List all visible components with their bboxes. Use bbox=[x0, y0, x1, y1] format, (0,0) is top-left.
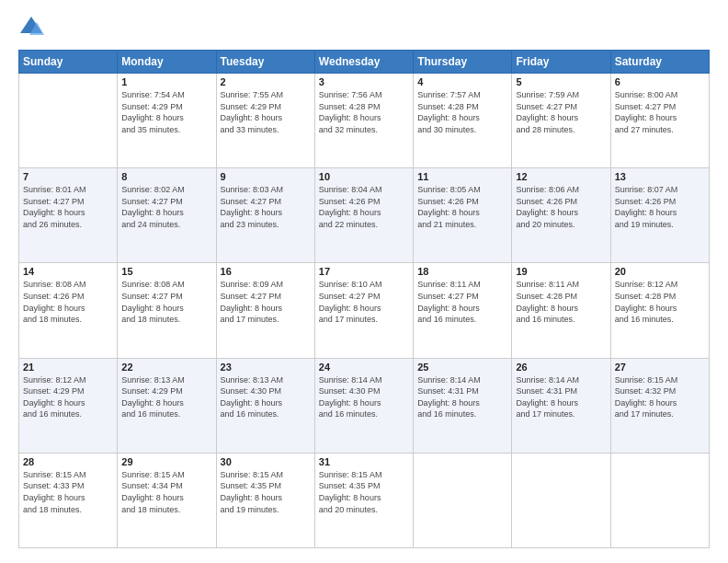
day-info: Sunrise: 8:14 AMSunset: 4:31 PMDaylight:… bbox=[516, 374, 606, 420]
header bbox=[18, 15, 710, 40]
calendar-cell: 13Sunrise: 8:07 AMSunset: 4:26 PMDayligh… bbox=[610, 168, 709, 263]
day-info: Sunrise: 8:15 AMSunset: 4:35 PMDaylight:… bbox=[319, 469, 409, 515]
calendar-cell: 25Sunrise: 8:14 AMSunset: 4:31 PMDayligh… bbox=[414, 358, 512, 453]
calendar-cell: 19Sunrise: 8:11 AMSunset: 4:28 PMDayligh… bbox=[512, 263, 610, 358]
logo bbox=[18, 15, 48, 40]
day-number: 20 bbox=[615, 266, 705, 277]
day-number: 23 bbox=[221, 362, 311, 373]
calendar-header-row: SundayMondayTuesdayWednesdayThursdayFrid… bbox=[19, 51, 710, 74]
day-info: Sunrise: 8:07 AMSunset: 4:26 PMDaylight:… bbox=[615, 184, 705, 230]
day-info: Sunrise: 8:09 AMSunset: 4:27 PMDaylight:… bbox=[221, 279, 311, 325]
calendar-cell: 15Sunrise: 8:08 AMSunset: 4:27 PMDayligh… bbox=[118, 263, 216, 358]
day-number: 8 bbox=[121, 171, 211, 182]
day-header-thursday: Thursday bbox=[414, 51, 512, 74]
calendar-cell bbox=[19, 74, 118, 168]
day-info: Sunrise: 8:02 AMSunset: 4:27 PMDaylight:… bbox=[121, 184, 211, 230]
day-info: Sunrise: 7:57 AMSunset: 4:28 PMDaylight:… bbox=[417, 89, 507, 135]
day-number: 29 bbox=[121, 456, 211, 467]
calendar-cell: 12Sunrise: 8:06 AMSunset: 4:26 PMDayligh… bbox=[512, 168, 610, 263]
day-info: Sunrise: 8:14 AMSunset: 4:30 PMDaylight:… bbox=[319, 374, 409, 420]
day-number: 24 bbox=[319, 362, 409, 373]
day-header-saturday: Saturday bbox=[610, 51, 709, 74]
day-info: Sunrise: 8:12 AMSunset: 4:29 PMDaylight:… bbox=[23, 374, 113, 420]
day-number: 6 bbox=[615, 76, 705, 87]
day-number: 22 bbox=[121, 362, 211, 373]
calendar-cell: 2Sunrise: 7:55 AMSunset: 4:29 PMDaylight… bbox=[216, 74, 314, 168]
calendar-cell: 27Sunrise: 8:15 AMSunset: 4:32 PMDayligh… bbox=[610, 358, 709, 453]
calendar-cell: 16Sunrise: 8:09 AMSunset: 4:27 PMDayligh… bbox=[216, 263, 314, 358]
day-info: Sunrise: 8:01 AMSunset: 4:27 PMDaylight:… bbox=[23, 184, 113, 230]
day-info: Sunrise: 8:11 AMSunset: 4:28 PMDaylight:… bbox=[516, 279, 606, 325]
day-info: Sunrise: 8:08 AMSunset: 4:26 PMDaylight:… bbox=[23, 279, 113, 325]
day-info: Sunrise: 8:12 AMSunset: 4:28 PMDaylight:… bbox=[615, 279, 705, 325]
day-number: 16 bbox=[221, 266, 311, 277]
calendar-cell: 7Sunrise: 8:01 AMSunset: 4:27 PMDaylight… bbox=[19, 168, 118, 263]
day-number: 10 bbox=[319, 171, 409, 182]
day-info: Sunrise: 8:15 AMSunset: 4:32 PMDaylight:… bbox=[615, 374, 705, 420]
day-number: 13 bbox=[615, 171, 705, 182]
day-info: Sunrise: 7:59 AMSunset: 4:27 PMDaylight:… bbox=[516, 89, 606, 135]
day-info: Sunrise: 8:15 AMSunset: 4:33 PMDaylight:… bbox=[23, 469, 113, 515]
day-number: 19 bbox=[516, 266, 606, 277]
day-number: 4 bbox=[417, 76, 507, 87]
calendar-cell: 8Sunrise: 8:02 AMSunset: 4:27 PMDaylight… bbox=[118, 168, 216, 263]
day-info: Sunrise: 8:08 AMSunset: 4:27 PMDaylight:… bbox=[121, 279, 211, 325]
calendar-cell: 9Sunrise: 8:03 AMSunset: 4:27 PMDaylight… bbox=[216, 168, 314, 263]
calendar-cell: 5Sunrise: 7:59 AMSunset: 4:27 PMDaylight… bbox=[512, 74, 610, 168]
calendar-cell: 11Sunrise: 8:05 AMSunset: 4:26 PMDayligh… bbox=[414, 168, 512, 263]
day-header-tuesday: Tuesday bbox=[216, 51, 314, 74]
day-info: Sunrise: 7:56 AMSunset: 4:28 PMDaylight:… bbox=[319, 89, 409, 135]
day-number: 26 bbox=[516, 362, 606, 373]
calendar-cell: 24Sunrise: 8:14 AMSunset: 4:30 PMDayligh… bbox=[314, 358, 413, 453]
calendar-cell: 4Sunrise: 7:57 AMSunset: 4:28 PMDaylight… bbox=[414, 74, 512, 168]
day-info: Sunrise: 8:04 AMSunset: 4:26 PMDaylight:… bbox=[319, 184, 409, 230]
calendar-week-row: 14Sunrise: 8:08 AMSunset: 4:26 PMDayligh… bbox=[19, 263, 710, 358]
calendar-cell: 21Sunrise: 8:12 AMSunset: 4:29 PMDayligh… bbox=[19, 358, 118, 453]
calendar-cell: 18Sunrise: 8:11 AMSunset: 4:27 PMDayligh… bbox=[414, 263, 512, 358]
day-info: Sunrise: 8:15 AMSunset: 4:35 PMDaylight:… bbox=[221, 469, 311, 515]
day-header-wednesday: Wednesday bbox=[314, 51, 413, 74]
calendar-cell bbox=[610, 453, 709, 547]
page: SundayMondayTuesdayWednesdayThursdayFrid… bbox=[0, 0, 728, 563]
day-info: Sunrise: 8:05 AMSunset: 4:26 PMDaylight:… bbox=[417, 184, 507, 230]
calendar-cell: 10Sunrise: 8:04 AMSunset: 4:26 PMDayligh… bbox=[314, 168, 413, 263]
day-number: 14 bbox=[23, 266, 113, 277]
calendar-cell: 30Sunrise: 8:15 AMSunset: 4:35 PMDayligh… bbox=[216, 453, 314, 547]
day-info: Sunrise: 8:03 AMSunset: 4:27 PMDaylight:… bbox=[221, 184, 311, 230]
calendar-cell: 31Sunrise: 8:15 AMSunset: 4:35 PMDayligh… bbox=[314, 453, 413, 547]
calendar-cell: 1Sunrise: 7:54 AMSunset: 4:29 PMDaylight… bbox=[118, 74, 216, 168]
calendar-cell bbox=[414, 453, 512, 547]
calendar-cell: 6Sunrise: 8:00 AMSunset: 4:27 PMDaylight… bbox=[610, 74, 709, 168]
calendar-cell: 14Sunrise: 8:08 AMSunset: 4:26 PMDayligh… bbox=[19, 263, 118, 358]
day-info: Sunrise: 8:13 AMSunset: 4:29 PMDaylight:… bbox=[121, 374, 211, 420]
calendar-week-row: 21Sunrise: 8:12 AMSunset: 4:29 PMDayligh… bbox=[19, 358, 710, 453]
calendar-cell: 26Sunrise: 8:14 AMSunset: 4:31 PMDayligh… bbox=[512, 358, 610, 453]
day-info: Sunrise: 8:15 AMSunset: 4:34 PMDaylight:… bbox=[121, 469, 211, 515]
calendar-cell bbox=[512, 453, 610, 547]
day-number: 25 bbox=[417, 362, 507, 373]
calendar-cell: 20Sunrise: 8:12 AMSunset: 4:28 PMDayligh… bbox=[610, 263, 709, 358]
day-number: 15 bbox=[121, 266, 211, 277]
logo-icon bbox=[18, 15, 44, 40]
day-number: 31 bbox=[319, 456, 409, 467]
day-header-sunday: Sunday bbox=[19, 51, 118, 74]
day-number: 2 bbox=[221, 76, 311, 87]
calendar-cell: 17Sunrise: 8:10 AMSunset: 4:27 PMDayligh… bbox=[314, 263, 413, 358]
day-number: 21 bbox=[23, 362, 113, 373]
day-info: Sunrise: 8:00 AMSunset: 4:27 PMDaylight:… bbox=[615, 89, 705, 135]
day-number: 3 bbox=[319, 76, 409, 87]
calendar-cell: 3Sunrise: 7:56 AMSunset: 4:28 PMDaylight… bbox=[314, 74, 413, 168]
day-info: Sunrise: 8:13 AMSunset: 4:30 PMDaylight:… bbox=[221, 374, 311, 420]
day-header-friday: Friday bbox=[512, 51, 610, 74]
day-info: Sunrise: 8:06 AMSunset: 4:26 PMDaylight:… bbox=[516, 184, 606, 230]
day-number: 5 bbox=[516, 76, 606, 87]
day-info: Sunrise: 8:14 AMSunset: 4:31 PMDaylight:… bbox=[417, 374, 507, 420]
day-info: Sunrise: 7:54 AMSunset: 4:29 PMDaylight:… bbox=[121, 89, 211, 135]
day-number: 9 bbox=[221, 171, 311, 182]
day-number: 27 bbox=[615, 362, 705, 373]
day-number: 7 bbox=[23, 171, 113, 182]
day-info: Sunrise: 7:55 AMSunset: 4:29 PMDaylight:… bbox=[221, 89, 311, 135]
day-number: 28 bbox=[23, 456, 113, 467]
day-info: Sunrise: 8:10 AMSunset: 4:27 PMDaylight:… bbox=[319, 279, 409, 325]
calendar-week-row: 1Sunrise: 7:54 AMSunset: 4:29 PMDaylight… bbox=[19, 74, 710, 168]
